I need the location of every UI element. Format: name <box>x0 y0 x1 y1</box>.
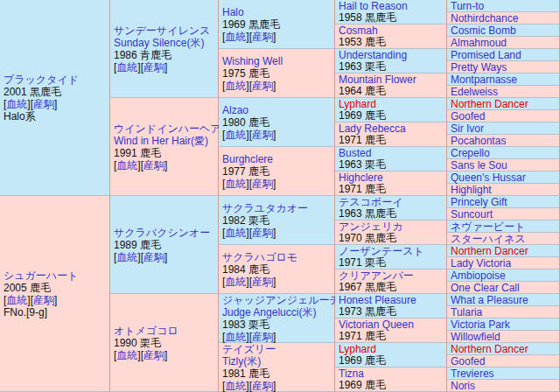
blood-link[interactable]: 血統 <box>116 251 137 263</box>
horse-name-link[interactable]: Northern Dancer <box>451 98 528 110</box>
blood-link[interactable]: 血統 <box>116 159 137 172</box>
bracket: ][ <box>27 294 33 306</box>
horse-name-link[interactable]: Sans le Sou <box>451 159 508 172</box>
horse-name-link[interactable]: Queen's Hussar <box>451 172 526 184</box>
horse-name-link[interactable]: Pocahontas <box>451 135 506 147</box>
horse-name-link[interactable]: Noris <box>451 380 475 392</box>
horse-name-link[interactable]: What a Pleasure <box>451 294 528 306</box>
horse-year-coat: 1986 青鹿毛 <box>114 49 172 61</box>
horse-name-link[interactable]: ジャッジアンジェルーチ <box>222 294 335 306</box>
horse-name-link[interactable]: Montparnasse <box>451 74 517 86</box>
blood-link[interactable]: 血統 <box>225 80 246 92</box>
offspring-link[interactable]: 産駒 <box>144 349 164 361</box>
blood-link[interactable]: 血統 <box>225 129 246 141</box>
blood-link[interactable]: 血統 <box>225 276 246 288</box>
offspring-link[interactable]: 産駒 <box>33 294 54 306</box>
horse-name-link[interactable]: Suncourt <box>451 208 493 220</box>
offspring-link[interactable]: 産駒 <box>252 227 273 239</box>
horse-name-link[interactable]: Alzao <box>222 104 248 116</box>
horse-name-link[interactable]: Lady Victoria <box>451 257 511 270</box>
horse-name-link[interactable]: Edelweiss <box>451 86 498 98</box>
horse-name-link[interactable]: クリアアンバー <box>339 270 414 282</box>
horse-name-link[interactable]: Highclere <box>339 172 383 184</box>
horse-name-link[interactable]: Lady Rebecca <box>339 122 406 135</box>
blood-link[interactable]: 血統 <box>116 61 137 74</box>
horse-name-en-link[interactable]: Wind in Her Hair(愛) <box>114 135 208 147</box>
horse-name-link[interactable]: Honest Pleasure <box>339 294 416 306</box>
horse-name-link[interactable]: Mountain Flower <box>339 74 416 86</box>
horse-name-link[interactable]: ノーザンテースト <box>339 245 424 257</box>
horse-name-link[interactable]: Victoria Park <box>451 318 510 331</box>
horse-name-link[interactable]: ブラックタイド <box>4 74 79 86</box>
horse-name-link[interactable]: Trevieres <box>451 368 494 380</box>
offspring-link[interactable]: 産駒 <box>252 380 273 392</box>
horse-name-link[interactable]: オトメゴコロ <box>114 325 178 337</box>
horse-name-link[interactable]: Turn-to <box>451 0 484 12</box>
offspring-link[interactable]: 産駒 <box>144 159 164 172</box>
horse-name-link[interactable]: Wishing Well <box>222 55 283 67</box>
horse-name-link[interactable]: テイズリー <box>222 343 276 355</box>
horse-name-link[interactable]: Crepello <box>451 147 490 159</box>
horse-name-en-link[interactable]: Tizly(米) <box>222 355 261 368</box>
horse-name-link[interactable]: Pretty Ways <box>451 61 507 74</box>
blood-link[interactable]: 血統 <box>225 380 246 392</box>
offspring-link[interactable]: 産駒 <box>252 331 273 343</box>
offspring-link[interactable]: 産駒 <box>144 61 164 74</box>
horse-name-link[interactable]: Ambiopoise <box>451 270 506 282</box>
horse-name-link[interactable]: サクラハゴロモ <box>222 251 298 263</box>
horse-name-link[interactable]: Northern Dancer <box>451 245 528 257</box>
blood-link[interactable]: 血統 <box>225 227 246 239</box>
horse-name-link[interactable]: Lyphard <box>339 343 376 355</box>
horse-name-link[interactable]: Goofed <box>451 355 485 368</box>
horse-name-link[interactable]: シュガーハート <box>4 270 78 282</box>
horse-name-link[interactable]: Cosmic Bomb <box>451 24 516 37</box>
blood-link[interactable]: 血統 <box>116 349 137 361</box>
horse-name-link[interactable]: Victorian Queen <box>339 318 414 331</box>
horse-name-link[interactable]: Promised Land <box>451 49 522 61</box>
pedigree-cell-g5-17: Princely Gift <box>447 196 560 208</box>
horse-name-link[interactable]: アンジェリカ <box>339 220 403 233</box>
offspring-link[interactable]: 産駒 <box>252 178 273 190</box>
horse-name-link[interactable]: Busted <box>339 147 371 159</box>
offspring-link[interactable]: 産駒 <box>252 276 273 288</box>
bracket: ][ <box>246 380 252 392</box>
offspring-link[interactable]: 産駒 <box>252 31 273 43</box>
blood-link[interactable]: 血統 <box>225 178 246 190</box>
horse-name-link[interactable]: Lyphard <box>339 98 376 110</box>
horse-name-link[interactable]: Nothirdchance <box>451 12 518 24</box>
offspring-link[interactable]: 産駒 <box>33 98 54 110</box>
blood-link[interactable]: 血統 <box>225 31 246 43</box>
horse-name-link[interactable]: Willowfield <box>451 331 500 343</box>
horse-name-en-link[interactable]: Sunday Silence(米) <box>114 37 204 49</box>
horse-name-link[interactable]: Princely Gift <box>451 196 508 208</box>
offspring-link[interactable]: 産駒 <box>144 251 164 263</box>
horse-name-link[interactable]: Tizna <box>339 368 364 380</box>
horse-name-link[interactable]: Hail to Reason <box>339 0 408 12</box>
horse-name-link[interactable]: Tularia <box>451 306 482 318</box>
horse-name-link[interactable]: スターハイネス <box>451 233 526 245</box>
horse-name-link[interactable]: ネヴァービート <box>451 220 525 233</box>
horse-name-link[interactable]: Goofed <box>451 110 485 122</box>
horse-name-link[interactable]: Understanding <box>339 49 407 61</box>
horse-name-link[interactable]: Sir Ivor <box>451 122 484 135</box>
horse-name-link[interactable]: Cosmah <box>339 24 378 37</box>
horse-name-link[interactable]: Northern Dancer <box>451 343 528 355</box>
horse-name-link[interactable]: Halo <box>222 6 244 18</box>
horse-name-link[interactable]: サクラバクシンオー <box>114 227 210 239</box>
horse-name-link[interactable]: テスコボーイ <box>339 196 402 208</box>
blood-link[interactable]: 血統 <box>225 331 246 343</box>
horse-name-link[interactable]: ウインドインハーヘア <box>114 122 219 135</box>
blood-link[interactable]: 血統 <box>6 98 27 110</box>
horse-year-coat: 1981 鹿毛 <box>222 368 270 380</box>
offspring-link[interactable]: 産駒 <box>252 80 273 92</box>
offspring-link[interactable]: 産駒 <box>252 129 273 141</box>
horse-name-link[interactable]: Highlight <box>451 184 492 196</box>
horse-name-link[interactable]: サクラユタカオー <box>222 202 308 214</box>
horse-name-link[interactable]: Burghclere <box>222 153 273 165</box>
horse-name-link[interactable]: One Clear Call <box>451 282 520 294</box>
pedigree-cell-g5-2: Nothirdchance <box>447 12 560 24</box>
horse-name-en-link[interactable]: Judge Angelucci(米) <box>222 306 316 318</box>
horse-name-link[interactable]: Almahmoud <box>451 37 507 49</box>
horse-name-link[interactable]: サンデーサイレンス <box>114 24 210 37</box>
blood-link[interactable]: 血統 <box>6 294 27 306</box>
